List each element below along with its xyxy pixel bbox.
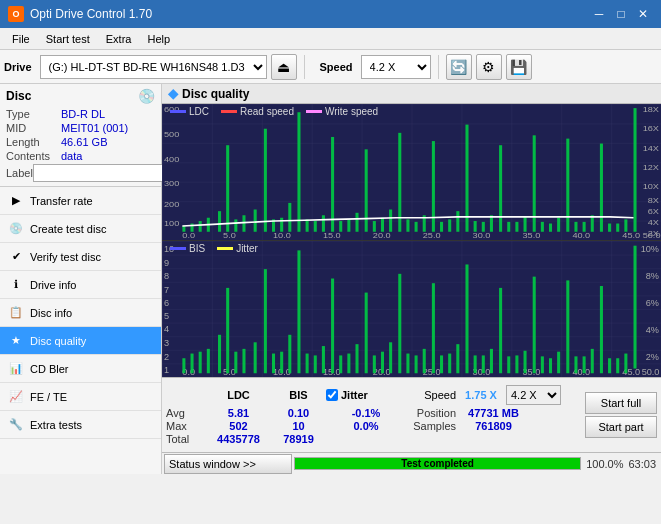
sidebar-item-disc-quality[interactable]: ★ Disc quality (0, 327, 161, 355)
stats-avg-ldc: 5.81 (206, 407, 271, 419)
stats-samples-label: Samples (406, 420, 456, 432)
write-legend-color (306, 110, 322, 113)
minimize-button[interactable]: ─ (589, 4, 609, 24)
eject-button[interactable]: ⏏ (271, 54, 297, 80)
svg-rect-163 (583, 356, 586, 373)
disc-label-input[interactable] (33, 164, 177, 182)
svg-rect-80 (600, 144, 603, 232)
jitter-checkbox[interactable] (326, 389, 338, 401)
speed-selector[interactable]: 4.2 X (361, 55, 431, 79)
stats-speed-select[interactable]: 4.2 X (506, 385, 561, 405)
svg-rect-76 (566, 139, 569, 232)
svg-rect-159 (549, 358, 552, 373)
disc-length-value: 46.61 GB (61, 136, 107, 148)
svg-text:12X: 12X (643, 163, 660, 172)
read-legend-label: Read speed (240, 106, 294, 117)
progress-pct: 100.0% (586, 458, 623, 470)
menu-start-test[interactable]: Start test (38, 31, 98, 47)
svg-rect-129 (297, 250, 300, 373)
svg-rect-167 (616, 358, 619, 373)
svg-rect-148 (456, 344, 459, 373)
stats-position-value: 47731 MB (456, 407, 531, 419)
svg-rect-150 (474, 355, 477, 373)
svg-rect-151 (482, 355, 485, 373)
stats-speed-label: Speed (406, 389, 456, 401)
svg-rect-168 (624, 354, 627, 374)
maximize-button[interactable]: □ (611, 4, 631, 24)
disc-length-row: Length 46.61 GB (6, 136, 155, 148)
sidebar-item-drive-info[interactable]: ℹ Drive info (0, 271, 161, 299)
svg-rect-56 (398, 133, 401, 232)
sidebar-item-fe-te[interactable]: 📈 FE / TE (0, 383, 161, 411)
cd-bler-icon: 📊 (8, 361, 24, 377)
svg-text:16X: 16X (643, 124, 660, 133)
svg-rect-122 (234, 352, 237, 374)
sidebar-item-verify-test-disc[interactable]: ✔ Verify test disc (0, 243, 161, 271)
svg-rect-165 (600, 286, 603, 373)
sidebar-label-transfer-rate: Transfer rate (30, 195, 93, 207)
verify-test-disc-icon: ✔ (8, 249, 24, 265)
svg-text:400: 400 (164, 155, 180, 164)
read-legend: Read speed (221, 106, 294, 117)
svg-rect-49 (339, 221, 342, 232)
menu-extra[interactable]: Extra (98, 31, 140, 47)
refresh-button[interactable]: 🔄 (446, 54, 472, 80)
extra-tests-icon: 🔧 (8, 417, 24, 433)
stats-avg-row: Avg 5.81 0.10 -0.1% Position 47731 MB (166, 407, 581, 419)
svg-text:200: 200 (164, 200, 180, 209)
svg-text:2%: 2% (646, 352, 659, 362)
bis-legend: BIS (170, 243, 205, 254)
svg-rect-118 (199, 352, 202, 374)
status-window-button[interactable]: Status window >> (164, 454, 292, 474)
svg-rect-128 (288, 335, 291, 373)
svg-text:50.0 GB: 50.0 GB (643, 230, 661, 239)
svg-rect-120 (218, 335, 221, 373)
start-part-button[interactable]: Start part (585, 416, 657, 438)
svg-rect-44 (297, 112, 300, 232)
sidebar-item-transfer-rate[interactable]: ▶ Transfer rate (0, 187, 161, 215)
top-chart-panel: LDC Read speed Write speed (162, 104, 661, 241)
stats-avg-bis: 0.10 (271, 407, 326, 419)
svg-rect-39 (254, 210, 257, 232)
svg-text:2: 2 (164, 352, 169, 362)
save-button[interactable]: 💾 (506, 54, 532, 80)
svg-rect-166 (608, 358, 611, 373)
sidebar-item-extra-tests[interactable]: 🔧 Extra tests (0, 411, 161, 439)
sidebar-label-create-test-disc: Create test disc (30, 223, 106, 235)
svg-text:8X: 8X (648, 196, 660, 205)
stats-jitter-header-container: Jitter (326, 389, 406, 401)
svg-text:7: 7 (164, 285, 169, 295)
close-button[interactable]: ✕ (633, 4, 653, 24)
stats-section: LDC BIS Jitter Speed 1.75 X 4.2 X Avg 5.… (162, 377, 661, 452)
svg-text:8%: 8% (646, 271, 659, 281)
sidebar-label-disc-quality: Disc quality (30, 335, 86, 347)
svg-rect-126 (272, 354, 275, 374)
svg-rect-40 (264, 129, 267, 232)
menu-help[interactable]: Help (139, 31, 178, 47)
sidebar-item-create-test-disc[interactable]: 💿 Create test disc (0, 215, 161, 243)
jitter-legend-label: Jitter (236, 243, 258, 254)
svg-rect-131 (314, 355, 317, 373)
drive-info-icon: ℹ (8, 277, 24, 293)
svg-rect-127 (280, 352, 283, 374)
drive-label: Drive (4, 61, 32, 73)
svg-rect-69 (507, 222, 510, 232)
svg-rect-124 (254, 342, 257, 373)
svg-text:1: 1 (164, 366, 169, 376)
menu-file[interactable]: File (4, 31, 38, 47)
write-legend: Write speed (306, 106, 378, 117)
top-chart-svg: 18X 16X 14X 12X 10X 8X 6X 4X 2X 600 500 … (162, 104, 661, 240)
start-full-button[interactable]: Start full (585, 392, 657, 414)
drive-selector[interactable]: (G:) HL-DT-ST BD-RE WH16NS48 1.D3 (40, 55, 267, 79)
svg-rect-162 (574, 356, 577, 373)
stats-total-bis: 78919 (271, 433, 326, 445)
sidebar-item-disc-info[interactable]: 📋 Disc info (0, 299, 161, 327)
svg-rect-63 (456, 211, 459, 232)
disc-contents-row: Contents data (6, 150, 155, 162)
sidebar-item-cd-bler[interactable]: 📊 CD Bler (0, 355, 161, 383)
settings-button[interactable]: ⚙ (476, 54, 502, 80)
action-buttons: Start full Start part (585, 392, 657, 438)
disc-panel: Disc 💿 Type BD-R DL MID MEIT01 (001) Len… (0, 84, 161, 187)
svg-rect-83 (624, 219, 627, 231)
svg-rect-75 (557, 218, 560, 232)
